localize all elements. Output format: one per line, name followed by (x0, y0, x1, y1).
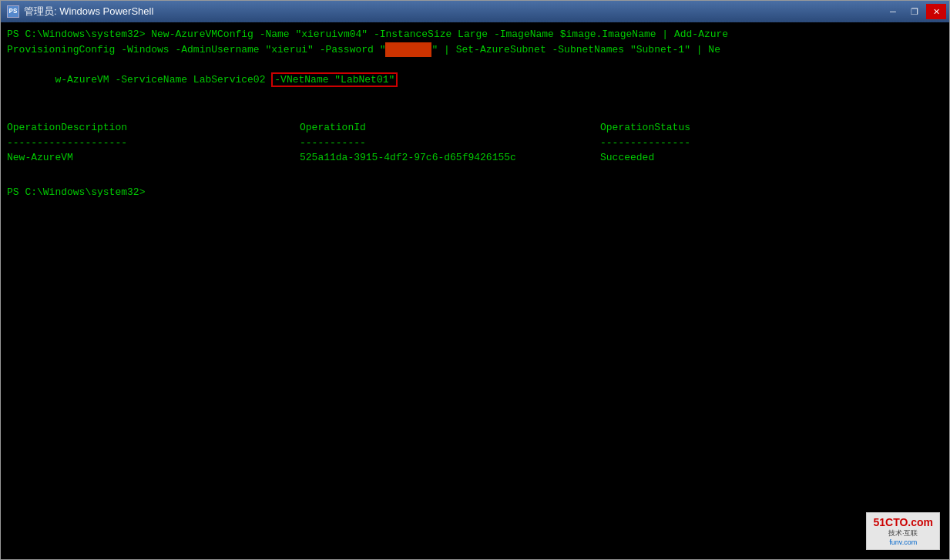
table-row: New-AzureVM 525a11da-3915-4df2-97c6-d65f… (7, 150, 943, 166)
watermark-sub2: funv.com (889, 538, 917, 546)
prompt-1: PS C:\Windows\system32> (7, 29, 145, 40)
header-col1: OperationDescription (7, 120, 300, 136)
watermark-sub1: 技术·互联 (888, 528, 918, 538)
watermark: 51CTO.com 技术·互联 funv.com (866, 512, 940, 550)
redacted-password (385, 42, 431, 58)
title-bar-left: PS 管理员: Windows PowerShell (7, 5, 153, 18)
prompt-2: PS C:\Windows\system32> (7, 186, 145, 198)
cell-operation: New-AzureVM (7, 150, 300, 166)
title-bar: PS 管理员: Windows PowerShell ─ ❐ ✕ (1, 1, 949, 22)
empty-line-1 (7, 102, 943, 118)
window-title: 管理员: Windows PowerShell (24, 5, 153, 18)
header-col3: OperationStatus (600, 120, 754, 136)
window-controls: ─ ❐ ✕ (883, 4, 946, 19)
powershell-icon: PS (7, 5, 19, 18)
divider-col1: -------------------- (7, 136, 300, 151)
terminal-body[interactable]: PS C:\Windows\system32> New-AzureVMConfi… (1, 22, 949, 559)
table-header-row: OperationDescription OperationId Operati… (7, 120, 943, 136)
prompt-line-2: PS C:\Windows\system32> (7, 185, 943, 200)
cell-status: Succeeded (600, 150, 754, 166)
empty-line-2 (7, 166, 943, 181)
divider-col2: ----------- (300, 136, 600, 151)
command-text-1: New-AzureVMConfig -Name "xieruivm04" -In… (145, 29, 728, 40)
close-button[interactable]: ✕ (926, 4, 946, 19)
restore-button[interactable]: ❐ (905, 4, 925, 19)
command-line-3: w-AzureVM -ServiceName LabService02 -VNe… (7, 57, 943, 102)
header-col2: OperationId (300, 120, 600, 136)
command-line-1: PS C:\Windows\system32> New-AzureVMConfi… (7, 27, 943, 42)
vnetname-highlight: -VNetName "LabNet01" (271, 72, 398, 87)
output-table: OperationDescription OperationId Operati… (7, 120, 943, 166)
watermark-title: 51CTO.com (873, 516, 933, 528)
terminal-content: PS C:\Windows\system32> New-AzureVMConfi… (7, 27, 943, 200)
command-line-2: ProvisioningConfig -Windows -AdminUserna… (7, 42, 943, 58)
divider-col3: --------------- (600, 136, 754, 151)
powershell-window: PS 管理员: Windows PowerShell ─ ❐ ✕ PS C:\W… (0, 0, 950, 560)
minimize-button[interactable]: ─ (883, 4, 903, 19)
watermark-box: 51CTO.com 技术·互联 funv.com (866, 512, 940, 550)
table-divider-row: -------------------- ----------- -------… (7, 136, 943, 151)
cell-operation-id: 525a11da-3915-4df2-97c6-d65f9426155c (300, 150, 600, 166)
